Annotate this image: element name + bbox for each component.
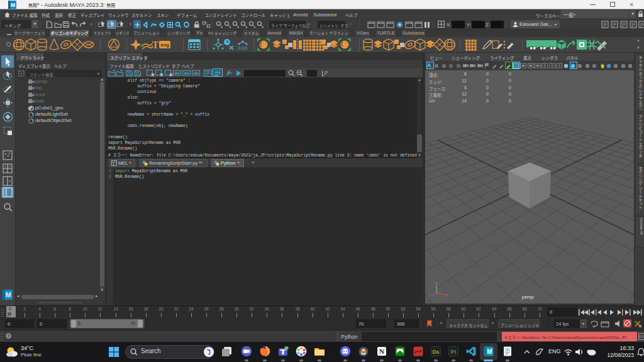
svg-text:X: X <box>445 293 448 297</box>
svg-text:M: M <box>11 2 16 8</box>
svg-text:0,0,0: 0,0,0 <box>238 46 248 50</box>
svg-text:svg: svg <box>160 42 169 48</box>
svg-text:N: N <box>379 348 384 355</box>
svg-text:M: M <box>487 348 492 355</box>
svg-text:Ds: Ds <box>433 349 440 355</box>
svg-text:M: M <box>5 291 11 299</box>
svg-text:Z: Z <box>429 292 431 295</box>
svg-text:Pt: Pt <box>451 349 457 355</box>
svg-text:Y: Y <box>435 282 438 285</box>
